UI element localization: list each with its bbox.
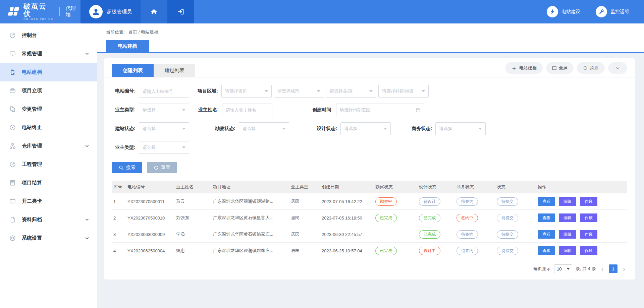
reset-icon bbox=[154, 165, 159, 170]
calculator-icon bbox=[9, 180, 16, 186]
edit-button[interactable]: 编辑 bbox=[559, 230, 576, 239]
create-station-button[interactable]: ＋ 电站建档 bbox=[505, 62, 543, 74]
void-button[interactable]: 作废 bbox=[580, 246, 597, 255]
logout-button[interactable] bbox=[167, 0, 194, 23]
sidebar-item-change-management[interactable]: 变更管理 bbox=[0, 100, 97, 118]
create-station-label: 电站建档 bbox=[519, 65, 537, 71]
owner-type-select[interactable]: 请选择 bbox=[139, 104, 189, 116]
tab-create-list[interactable]: 创建列表 bbox=[112, 64, 154, 77]
col-actions: 操作 bbox=[536, 184, 627, 190]
sidebar-item-system-settings[interactable]: 系统设置 bbox=[0, 229, 97, 247]
user-name: 超级管理员 bbox=[107, 9, 132, 15]
sidebar-item-label: 工程管理 bbox=[22, 161, 42, 168]
filter-owner-type: 业主类型: 请选择 bbox=[112, 104, 189, 116]
date-range-picker[interactable]: 请选择日期范围 bbox=[336, 104, 424, 116]
status-badge: 待提交 bbox=[497, 230, 518, 239]
filter-region: 项目区域: 请选择省份 请选择城市 请选择县/区 请选择村镇/街道 bbox=[195, 85, 429, 98]
topbar-quick-links: 电站建设 监控运维 bbox=[547, 0, 644, 23]
status-badge: 待提交 bbox=[497, 197, 518, 206]
business-status-badge: 待签约 bbox=[457, 230, 478, 239]
brand-logo-icon bbox=[5, 6, 20, 17]
row-actions: 查看 编辑 作废 bbox=[536, 246, 627, 255]
refresh-button[interactable]: 刷新 bbox=[577, 62, 605, 74]
view-button[interactable]: 查看 bbox=[538, 246, 555, 255]
date-range-placeholder: 请选择日期范围 bbox=[340, 107, 370, 113]
sidebar-item-project-approval[interactable]: 项目立项 bbox=[0, 81, 97, 100]
business-status-select[interactable]: 请选择 bbox=[435, 122, 486, 135]
station-code-input[interactable] bbox=[139, 85, 189, 98]
province-placeholder: 请选择省份 bbox=[225, 88, 247, 94]
quick-link-construction[interactable]: 电站建设 bbox=[547, 6, 580, 17]
sitemap-icon bbox=[9, 143, 16, 149]
cell-owner-type: 居民 bbox=[289, 198, 320, 204]
search-button[interactable]: 搜索 bbox=[112, 162, 142, 173]
chevron-down-icon bbox=[85, 236, 89, 240]
list-tabs: 创建列表 通过列表 bbox=[112, 64, 195, 77]
filter-row-1: 电站编号: 项目区域: 请选择省份 请选择城市 请选择县/区 bbox=[112, 85, 627, 98]
monitor-icon bbox=[9, 51, 16, 57]
filter-survey-status: 勘察状态: 请选择 bbox=[212, 122, 289, 135]
topbar-spacer bbox=[194, 0, 547, 23]
user-menu[interactable]: 超级管理员 bbox=[80, 0, 141, 23]
cell-address: 广东深圳龙华区观澜镇姚家庄... bbox=[212, 248, 289, 254]
void-button[interactable]: 作废 bbox=[580, 213, 597, 222]
prev-page-button[interactable]: ‹ bbox=[599, 265, 606, 272]
page-number[interactable]: 1 bbox=[609, 264, 618, 273]
sidebar-item-project-settlement[interactable]: 项目结算 bbox=[0, 174, 97, 192]
cell-address: 广东深圳龙华区黄石镇星官大... bbox=[212, 215, 289, 221]
plus-icon: ＋ bbox=[511, 65, 517, 71]
filter-row-2: 业主类型: 请选择 业主姓名: 创建时间: 请选择日期范围 bbox=[112, 104, 627, 116]
collapse-toolbar-button[interactable] bbox=[608, 62, 627, 74]
void-button[interactable]: 作废 bbox=[580, 230, 597, 239]
quick-link-monitoring[interactable]: 监控运维 bbox=[596, 6, 629, 17]
county-select[interactable]: 请选择县/区 bbox=[326, 85, 376, 98]
build-status-select[interactable]: 请选择 bbox=[139, 122, 189, 135]
sidebar-item-general[interactable]: 常规管理 bbox=[0, 45, 97, 63]
sidebar-item-label: 控制台 bbox=[22, 32, 37, 39]
survey-status-select[interactable]: 请选择 bbox=[239, 122, 289, 135]
col-status: 状态 bbox=[495, 184, 536, 190]
col-owner: 业主姓名 bbox=[175, 184, 212, 190]
design-status-badge: 待设计 bbox=[419, 197, 440, 206]
sidebar-item-station-archive[interactable]: 电站建档 bbox=[0, 63, 97, 81]
reset-button[interactable]: 重置 bbox=[147, 162, 177, 173]
per-page-select[interactable]: 10 bbox=[554, 264, 572, 273]
sidebar-item-dashboard[interactable]: 控制台 bbox=[0, 26, 97, 45]
search-icon bbox=[119, 165, 124, 170]
view-button[interactable]: 查看 bbox=[538, 197, 555, 206]
void-button[interactable]: 作废 bbox=[580, 197, 597, 206]
fullscreen-button[interactable]: 全屏 bbox=[546, 62, 574, 74]
per-page-prefix: 每页显示 bbox=[533, 266, 551, 272]
view-button[interactable]: 查看 bbox=[538, 230, 555, 239]
cell-code: YX2023070500010 bbox=[126, 215, 175, 221]
edit-button[interactable]: 编辑 bbox=[559, 246, 576, 255]
province-select[interactable]: 请选择省份 bbox=[221, 85, 272, 98]
page-tab[interactable]: 电站建档 bbox=[106, 40, 149, 52]
owner-name-input[interactable] bbox=[222, 104, 272, 116]
home-button[interactable] bbox=[141, 0, 167, 23]
sidebar-item-engineering[interactable]: 工程管理 bbox=[0, 155, 97, 174]
breadcrumb-path[interactable]: 首页 / 电站建档 bbox=[128, 29, 158, 35]
topbar: 破茧云伏 Po Jian Yun Fu 代理端 超级管理员 bbox=[0, 0, 644, 23]
filter-row-4: 业主类型: 请选择 bbox=[112, 141, 627, 154]
filter-owner-name: 业主姓名: bbox=[195, 104, 272, 116]
next-page-button[interactable]: › bbox=[621, 265, 627, 272]
edit-button[interactable]: 编辑 bbox=[559, 213, 576, 222]
design-status-select[interactable]: 请选择 bbox=[340, 122, 391, 135]
edit-button[interactable]: 编辑 bbox=[559, 197, 576, 206]
sidebar-item-data-archive[interactable]: 资料归档 bbox=[0, 210, 97, 229]
col-seq: 序号 bbox=[112, 184, 126, 190]
cell-seq: 1 bbox=[112, 199, 126, 204]
city-select[interactable]: 请选择城市 bbox=[274, 85, 324, 98]
tab-passed-list[interactable]: 通过列表 bbox=[154, 64, 195, 77]
cell-owner-type: 居民 bbox=[289, 231, 320, 237]
view-button[interactable]: 查看 bbox=[538, 213, 555, 222]
sidebar-item-open-card[interactable]: 开二类卡 bbox=[0, 192, 97, 210]
filter-label: 建站状态: bbox=[112, 126, 136, 132]
cell-owner: 姚忠 bbox=[175, 248, 212, 254]
town-select[interactable]: 请选择村镇/街道 bbox=[378, 85, 429, 98]
owner-type-2-select[interactable]: 请选择 bbox=[139, 141, 189, 154]
sidebar-item-station-termination[interactable]: 电站终止 bbox=[0, 118, 97, 137]
wrench-icon bbox=[596, 6, 607, 17]
sidebar-item-warehouse[interactable]: 仓库管理 bbox=[0, 137, 97, 155]
